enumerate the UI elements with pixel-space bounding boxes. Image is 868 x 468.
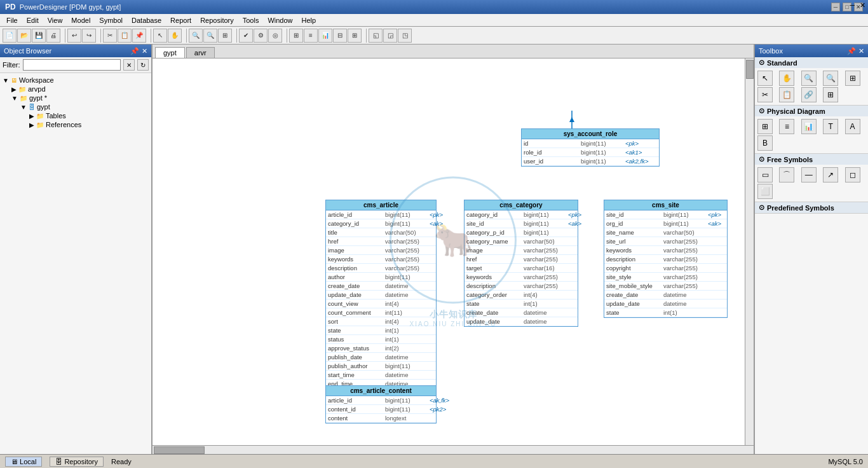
table-row: state int(1) bbox=[604, 308, 727, 317]
tb-f3[interactable]: — bbox=[801, 167, 817, 182]
tb-select[interactable]: ↖ bbox=[153, 29, 167, 43]
tb-undo[interactable]: ↩ bbox=[67, 29, 81, 43]
tb-f6[interactable]: ⬜ bbox=[757, 184, 773, 199]
tb-db2[interactable]: ⊞ bbox=[823, 87, 838, 102]
table-row: sort int(4) bbox=[326, 317, 436, 326]
table-cms-category[interactable]: cms_category category_id bigint(11) <pk>… bbox=[464, 200, 578, 327]
tb-zoom-fit2[interactable]: ⊞ bbox=[845, 71, 860, 86]
diagram-canvas[interactable]: 🐂 小牛知识库 XIAO NIU ZHI SHI KU sys_account_… bbox=[153, 59, 754, 445]
tb-p2[interactable]: ≡ bbox=[779, 119, 794, 134]
tb-zoom-fit[interactable]: ⊞ bbox=[218, 29, 232, 43]
tb-copy2[interactable]: 📋 bbox=[779, 87, 794, 102]
tree-workspace[interactable]: ▼ 🖥 Workspace bbox=[0, 76, 151, 85]
tb-p4[interactable]: T bbox=[823, 119, 838, 134]
filter-clear-btn[interactable]: ✕ bbox=[123, 59, 135, 71]
tb-f5[interactable]: ◻ bbox=[845, 167, 860, 182]
tree-arvpd[interactable]: ▶ 📁 arvpd bbox=[0, 85, 151, 93]
statusbar-left: 🖥 Local 🗄 Repository Ready bbox=[5, 457, 132, 467]
toolbox-close[interactable]: ✕ bbox=[858, 47, 864, 55]
minimize-button[interactable]: ─ bbox=[831, 3, 840, 11]
tb-check[interactable]: ✔ bbox=[239, 29, 253, 43]
table-header-sys-account-role: sys_account_role bbox=[522, 129, 659, 139]
tb-b1[interactable]: ⊞ bbox=[289, 29, 303, 43]
tb-zoom-in[interactable]: 🔍 bbox=[189, 29, 203, 43]
tb-copy[interactable]: 📋 bbox=[118, 29, 132, 43]
menu-edit[interactable]: Edit bbox=[23, 16, 43, 25]
tb-redo[interactable]: ↪ bbox=[82, 29, 96, 43]
tb-c1[interactable]: ◱ bbox=[369, 29, 383, 43]
tb-zoom-out2[interactable]: 🔍 bbox=[823, 71, 838, 86]
tb-new[interactable]: 📄 bbox=[3, 29, 17, 43]
menu-tools[interactable]: Tools bbox=[239, 16, 263, 25]
menu-view[interactable]: View bbox=[44, 16, 67, 25]
tb-zoom-out[interactable]: 🔍 bbox=[203, 29, 217, 43]
tab-arvr[interactable]: arvr bbox=[186, 47, 215, 58]
tb-zoom-in2[interactable]: 🔍 bbox=[801, 71, 817, 86]
statusbar-local-tab[interactable]: 🖥 Local bbox=[5, 457, 42, 467]
ob-controls[interactable]: 📌 ✕ bbox=[130, 47, 147, 55]
menu-symbol[interactable]: Symbol bbox=[95, 16, 126, 25]
toolbox-predefined-header[interactable]: ⊙ Predefined Symbols bbox=[755, 202, 868, 213]
tb-p5[interactable]: A bbox=[845, 119, 860, 134]
table-cms-article[interactable]: cms_article article_id bigint(11) <pk> c… bbox=[325, 200, 437, 407]
ob-filter-bar: Filter: ✕ ↻ bbox=[0, 57, 151, 73]
tb-p1[interactable]: ⊞ bbox=[757, 119, 773, 134]
toolbox-physical-header[interactable]: ⊙ Physical Diagram bbox=[755, 106, 868, 116]
table-row: state int(1) bbox=[326, 326, 436, 335]
tb-cut[interactable]: ✂ bbox=[103, 29, 117, 43]
tb-p6[interactable]: B bbox=[757, 135, 773, 151]
tree-gypt[interactable]: ▼ 📁 gypt * bbox=[0, 93, 151, 102]
tree-references[interactable]: ▶ 📁 References bbox=[0, 120, 151, 129]
ob-close[interactable]: ✕ bbox=[142, 47, 147, 55]
toolbox-controls[interactable]: 📌 ✕ bbox=[847, 47, 864, 55]
tree-tables[interactable]: ▶ 📁 Tables bbox=[0, 111, 151, 120]
tb-impact[interactable]: ◎ bbox=[268, 29, 282, 43]
menu-help[interactable]: Help bbox=[298, 16, 320, 25]
tb-pointer[interactable]: ↖ bbox=[757, 71, 773, 86]
tb-gen[interactable]: ⚙ bbox=[254, 29, 268, 43]
tb-hand2[interactable]: ✋ bbox=[779, 71, 794, 86]
filter-input[interactable] bbox=[23, 59, 121, 71]
table-row: site_id bigint(11) <pk> bbox=[604, 210, 727, 219]
table-cms-site[interactable]: cms_site site_id bigint(11) <pk> org_id … bbox=[604, 200, 728, 318]
tb-hand[interactable]: ✋ bbox=[168, 29, 182, 43]
tb-b4[interactable]: ⊟ bbox=[333, 29, 347, 43]
tb-f2[interactable]: ⌒ bbox=[779, 167, 794, 182]
table-cms-article-content[interactable]: cms_article_content article_id bigint(11… bbox=[325, 385, 437, 423]
statusbar-repository-tab[interactable]: 🗄 Repository bbox=[50, 457, 104, 467]
toolbox-standard-header[interactable]: ⊙ Standard bbox=[755, 57, 868, 68]
tb-print[interactable]: 🖨 bbox=[46, 29, 60, 43]
tb-b2[interactable]: ≡ bbox=[304, 29, 318, 43]
menu-file[interactable]: File bbox=[3, 16, 22, 25]
tb-b5[interactable]: ⊞ bbox=[348, 29, 362, 43]
tb-c2[interactable]: ◲ bbox=[383, 29, 397, 43]
menu-report[interactable]: Report bbox=[166, 16, 195, 25]
menu-database[interactable]: Database bbox=[128, 16, 165, 25]
tb-paste[interactable]: 📌 bbox=[132, 29, 146, 43]
toolbox-pin[interactable]: 📌 bbox=[847, 47, 856, 55]
tb-p3[interactable]: 📊 bbox=[801, 119, 817, 134]
app-title: PD PowerDesigner [PDM gypt, gypt] bbox=[5, 3, 121, 11]
ob-pin[interactable]: 📌 bbox=[130, 47, 139, 55]
tb-f4[interactable]: ↗ bbox=[823, 167, 838, 182]
table-row: description varchar(255) bbox=[604, 255, 727, 264]
table-sys-account-role[interactable]: sys_account_role id bigint(11) <pk> role… bbox=[521, 128, 660, 167]
tb-link2[interactable]: 🔗 bbox=[801, 87, 817, 102]
tree-gypt-child[interactable]: ▼ 🗄 gypt bbox=[0, 102, 151, 111]
tb-f1[interactable]: ▭ bbox=[757, 167, 773, 182]
tb-open[interactable]: 📂 bbox=[17, 29, 31, 43]
table-row: target varchar(16) bbox=[465, 264, 578, 273]
menu-model[interactable]: Model bbox=[67, 16, 94, 25]
tb-cut2[interactable]: ✂ bbox=[757, 87, 773, 102]
tab-gypt[interactable]: gypt bbox=[155, 47, 185, 58]
menu-repository[interactable]: Repository bbox=[196, 16, 238, 25]
table-row: description varchar(255) bbox=[465, 282, 578, 291]
toolbox-free-header[interactable]: ⊙ Free Symbols bbox=[755, 154, 868, 165]
tb-c3[interactable]: ◳ bbox=[398, 29, 412, 43]
tb-b3[interactable]: 📊 bbox=[318, 29, 332, 43]
filter-refresh-btn[interactable]: ↻ bbox=[137, 59, 149, 71]
menu-window[interactable]: Window bbox=[264, 16, 296, 25]
tb-save[interactable]: 💾 bbox=[32, 29, 46, 43]
horizontal-scrollbar[interactable] bbox=[153, 445, 754, 454]
vertical-scrollbar[interactable] bbox=[745, 59, 754, 445]
